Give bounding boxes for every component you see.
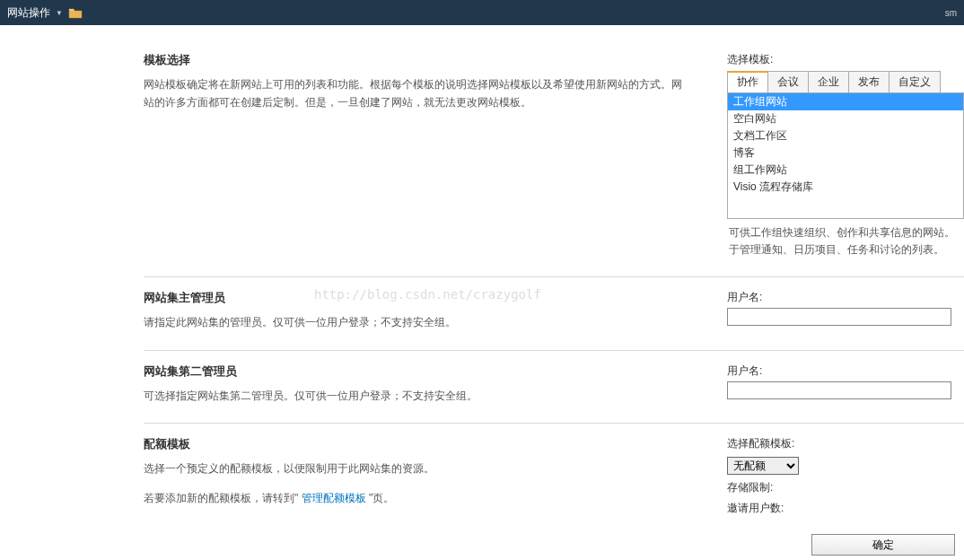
primary-admin-desc: 请指定此网站集的管理员。仅可供一位用户登录；不支持安全组。 — [144, 313, 691, 331]
template-listbox[interactable]: 工作组网站 空白网站 文档工作区 博客 组工作网站 Visio 流程存储库 — [727, 93, 964, 219]
template-description: 可供工作组快速组织、创作和共享信息的网站。于管理通知、日历项目、任务和讨论的列表… — [727, 219, 964, 258]
folder-icon[interactable] — [68, 6, 83, 19]
template-section-title: 模板选择 — [144, 52, 691, 68]
tab-custom[interactable]: 自定义 — [889, 71, 941, 92]
template-item-team-site[interactable]: 工作组网站 — [728, 93, 963, 110]
template-item-doc-workspace[interactable]: 文档工作区 — [728, 127, 963, 144]
tab-publish[interactable]: 发布 — [848, 71, 890, 92]
secondary-admin-desc: 可选择指定网站集第二管理员。仅可供一位用户登录；不支持安全组。 — [144, 387, 691, 405]
primary-admin-title: 网站集主管理员 — [144, 290, 691, 306]
primary-admin-input[interactable] — [727, 308, 951, 326]
tab-enterprise[interactable]: 企业 — [808, 71, 849, 92]
quota-select[interactable]: 无配额 — [727, 457, 799, 475]
template-item-visio[interactable]: Visio 流程存储库 — [728, 179, 963, 196]
template-item-blog[interactable]: 博客 — [728, 144, 963, 162]
secondary-admin-title: 网站集第二管理员 — [144, 363, 691, 380]
quota-desc2-suffix: "页。 — [366, 492, 395, 504]
template-section-desc: 网站模板确定将在新网站上可用的列表和功能。根据每个模板的说明选择网站模板以及希望… — [144, 75, 691, 112]
secondary-admin-field-label: 用户名: — [727, 363, 964, 379]
select-template-label: 选择模板: — [727, 52, 964, 67]
secondary-admin-input[interactable] — [727, 381, 951, 399]
invite-users-label: 邀请用户数: — [727, 501, 964, 516]
quota-desc2-prefix: 若要添加新的配额模板，请转到" — [144, 492, 302, 504]
quota-desc1: 选择一个预定义的配额模板，以便限制用于此网站集的资源。 — [144, 459, 691, 477]
primary-admin-field-label: 用户名: — [727, 290, 964, 305]
template-item-group-work[interactable]: 组工作网站 — [728, 162, 963, 179]
manage-quota-link[interactable]: 管理配额模板 — [302, 492, 366, 504]
template-tabs: 协作 会议 企业 发布 自定义 — [727, 71, 964, 93]
template-item-blank[interactable]: 空白网站 — [728, 110, 963, 127]
chevron-down-icon: ▼ — [56, 9, 63, 17]
quota-desc2: 若要添加新的配额模板，请转到" 管理配额模板 "页。 — [144, 489, 691, 507]
top-right-text: sm — [945, 8, 957, 18]
quota-select-label: 选择配额模板: — [727, 436, 964, 451]
site-actions-label: 网站操作 — [7, 5, 50, 21]
site-actions-menu[interactable]: 网站操作 ▼ — [7, 5, 83, 21]
tab-meeting[interactable]: 会议 — [767, 71, 809, 92]
quota-title: 配额模板 — [144, 436, 691, 452]
footer: 确定 — [811, 534, 955, 556]
tab-collaboration[interactable]: 协作 — [727, 71, 768, 92]
storage-limit-label: 存储限制: — [727, 480, 964, 495]
ok-button[interactable]: 确定 — [811, 534, 955, 556]
top-bar: 网站操作 ▼ sm — [0, 0, 964, 25]
